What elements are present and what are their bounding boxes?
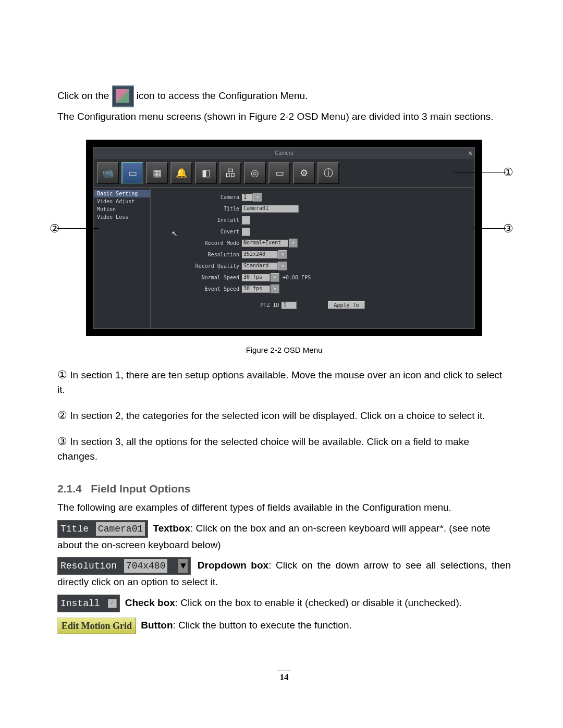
espeed-label: Event Speed — [161, 286, 241, 292]
example-checkbox: Install ✓ Check box: Click on the box to… — [57, 595, 511, 612]
textbox-chip: Title Camera01 — [57, 520, 148, 538]
sidebar-item-videoloss[interactable]: Video Loss — [94, 213, 150, 221]
callout-3: ③ — [503, 222, 513, 236]
normal-speed-select[interactable]: 30 fps — [241, 274, 270, 281]
dropdown-chip: Resolution 704x480 ▼ — [57, 557, 191, 575]
window-titlebar: Camera × — [94, 147, 474, 159]
sidebar: Basic Setting Video Adjust Motion Video … — [94, 188, 151, 328]
section-heading: 2.1.4 Field Input Options — [57, 483, 511, 495]
camera-label: Camera — [161, 194, 241, 200]
chevron-down-icon[interactable]: ▼ — [271, 273, 279, 282]
chevron-down-icon[interactable]: ▼ — [278, 262, 287, 270]
ptz-input[interactable]: 1 — [281, 301, 297, 309]
intro-line-2: The Configuration menu screens (shown in… — [57, 109, 511, 124]
camera-select[interactable]: 1 — [241, 193, 253, 201]
section-intro: The following are examples of different … — [57, 500, 511, 515]
settings-panel: ↖ Camera 1 ▼ Title Camera01 — [151, 188, 474, 328]
example-button: Edit Motion Grid Button: Click the butto… — [57, 618, 511, 634]
sidebar-item-basic[interactable]: Basic Setting — [94, 190, 150, 198]
nspeed-label: Normal Speed — [161, 275, 241, 280]
title-label: Title — [161, 206, 241, 212]
chevron-down-icon: ▼ — [178, 559, 188, 573]
figure-osd-menu: ① ② ③ Camera × 📹 ▭ ▦ 🔔 ◧ 品 ◎ ▭ — [86, 140, 482, 336]
tb-network-icon[interactable]: 品 — [219, 162, 241, 184]
tb-monitor-icon[interactable]: ▭ — [121, 162, 143, 184]
example-dropdown: Resolution 704x480 ▼ Dropdown box: Click… — [57, 557, 511, 589]
config-menu-icon — [112, 85, 134, 107]
tb-grid-icon[interactable]: ▦ — [146, 162, 168, 184]
quality-label: Record Quality — [161, 263, 241, 269]
cursor-icon: ↖ — [172, 229, 178, 238]
chevron-down-icon[interactable]: ▼ — [289, 239, 298, 248]
sidebar-item-videoadjust[interactable]: Video Adjust — [94, 198, 150, 205]
page-number: 14 — [57, 671, 511, 683]
recmode-select[interactable]: Normal+Event — [241, 239, 288, 247]
check-icon: ✓ — [107, 599, 117, 608]
checkbox-chip: Install ✓ — [57, 595, 120, 612]
title-textbox[interactable]: Camera01 — [241, 205, 299, 213]
covert-checkbox[interactable] — [241, 227, 250, 236]
figure-caption: Figure 2-2 OSD Menu — [57, 346, 511, 354]
res-label: Resolution — [161, 252, 241, 257]
recmode-label: Record Mode — [161, 240, 241, 246]
resolution-select[interactable]: 352x240 — [241, 251, 278, 258]
install-checkbox[interactable]: ✓ — [241, 216, 250, 225]
sidebar-item-motion[interactable]: Motion — [94, 205, 150, 213]
note-3: ③ In section 3, all the options for the … — [57, 434, 511, 464]
note-1: ① In section 1, there are ten setup opti… — [57, 367, 511, 397]
close-icon[interactable]: × — [466, 149, 474, 157]
callout-2: ② — [50, 222, 60, 236]
nspeed-suffix: +0.00 FPS — [283, 275, 311, 280]
example-textbox: Title Camera01 Textbox: Click on the box… — [57, 520, 511, 552]
event-speed-select[interactable]: 30 fps — [241, 285, 270, 293]
tb-disk-icon[interactable]: ◎ — [244, 162, 266, 184]
tb-display-icon[interactable]: ▭ — [268, 162, 290, 184]
chevron-down-icon[interactable]: ▼ — [271, 285, 279, 293]
tb-camera-icon[interactable]: 📹 — [97, 162, 119, 184]
tb-info-icon[interactable]: ⓘ — [317, 162, 339, 184]
tb-dim-icon[interactable]: ◧ — [195, 162, 217, 184]
callout-1: ① — [503, 166, 513, 179]
toolbar: 📹 ▭ ▦ 🔔 ◧ 品 ◎ ▭ ⚙ ⓘ — [94, 159, 474, 188]
button-chip: Edit Motion Grid — [57, 618, 136, 634]
intro-line-1: Click on the icon to access the Configur… — [57, 85, 511, 107]
tb-gear-icon[interactable]: ⚙ — [293, 162, 315, 184]
chevron-down-icon[interactable]: ▼ — [253, 193, 262, 202]
tb-alarm-icon[interactable]: 🔔 — [170, 162, 192, 184]
apply-to-button[interactable]: Apply To — [328, 301, 364, 309]
install-label: Install — [161, 217, 241, 223]
quality-select[interactable]: Standard — [241, 262, 278, 270]
window-title: Camera — [275, 150, 293, 156]
note-2: ② In section 2, the categories for the s… — [57, 408, 511, 423]
chevron-down-icon[interactable]: ▼ — [278, 250, 287, 259]
ptz-label: PTZ ID — [260, 302, 279, 308]
